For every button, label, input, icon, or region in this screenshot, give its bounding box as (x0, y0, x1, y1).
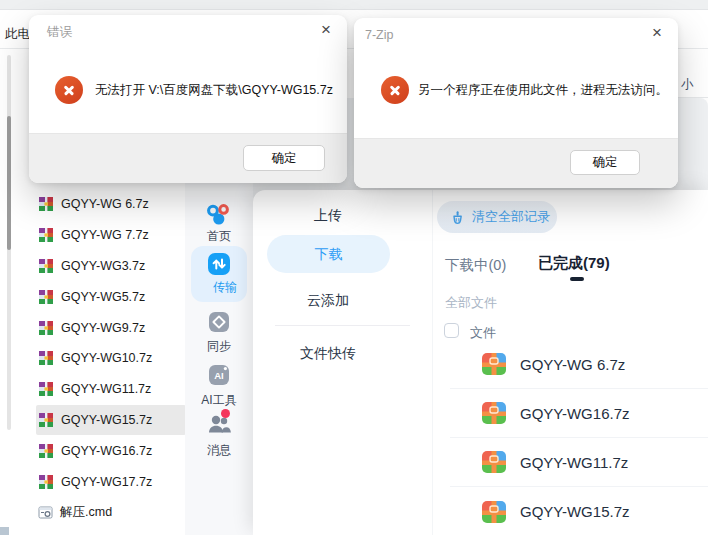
winrar-archive-icon (38, 443, 54, 459)
winrar-archive-icon (38, 381, 54, 397)
clear-all-records-label: 清空全部记录 (472, 208, 550, 226)
sevenzip-dialog: 7-Zip × 另一个程序正在使用此文件，进程无法访问。 确定 (354, 18, 678, 188)
tab-downloading[interactable]: 下载中(0) (445, 256, 506, 275)
archive-package-icon (482, 402, 506, 424)
sidebar-item-transfer-label: 传输 (191, 279, 259, 296)
screen: 此电 小 GQYY-WG 6.7z GQYY-WG 7.7z GQYY-WG3.… (0, 0, 708, 535)
winrar-archive-icon (38, 289, 54, 305)
divider (275, 325, 410, 326)
nav-download-active[interactable]: 下载 (267, 235, 390, 273)
file-row[interactable]: GQYY-WG3.7z (12, 251, 186, 282)
file-row[interactable]: GQYY-WG9.7z (12, 312, 186, 343)
file-row[interactable]: GQYY-WG11.7z (12, 374, 186, 405)
file-row[interactable]: GQYY-WG16.7z (12, 435, 186, 466)
file-row[interactable]: GQYY-WG10.7z (12, 343, 186, 374)
filter-all-files[interactable]: 全部文件 (445, 294, 497, 312)
explorer-titlebar (0, 0, 708, 10)
tab-completed[interactable]: 已完成(79) (538, 254, 610, 273)
transfer-nav: 上传 下载 云添加 文件快传 (253, 190, 433, 535)
close-icon[interactable]: × (646, 22, 668, 44)
sevenzip-dialog-title: 7-Zip (365, 28, 393, 42)
transfer-icon (207, 252, 231, 276)
netdisk-logo-icon[interactable] (206, 203, 232, 226)
cmd-file-icon (38, 505, 53, 520)
sidebar-item-sync[interactable]: 同步 (185, 338, 253, 355)
winrar-archive-icon (38, 412, 54, 428)
sidebar-item-ai-tools[interactable]: AI工具 (185, 392, 253, 409)
explorer-tab-label[interactable]: 此电 (5, 26, 30, 43)
winrar-archive-icon (38, 196, 54, 212)
archive-package-icon (482, 353, 506, 375)
archive-package-icon (482, 451, 506, 473)
file-row[interactable]: GQYY-WG5.7z (12, 281, 186, 312)
download-record-row[interactable]: GQYY-WG15.7z (450, 487, 708, 535)
sidebar-item-transfer[interactable]: 传输 (191, 246, 247, 302)
winrar-archive-icon (38, 320, 54, 336)
error-icon (55, 76, 83, 104)
sidebar-item-home[interactable]: 首页 (185, 228, 253, 245)
download-record-row[interactable]: GQYY-WG16.7z (450, 389, 708, 438)
scrollbar-thumb[interactable] (7, 116, 11, 250)
winrar-archive-icon (38, 258, 54, 274)
error-message: 无法打开 V:\百度网盘下载\GQYY-WG15.7z (95, 76, 333, 104)
file-row[interactable]: 解压.cmd (12, 497, 186, 528)
active-tab-indicator (570, 277, 584, 281)
download-record-row[interactable]: GQYY-WG11.7z (450, 438, 708, 487)
winrar-archive-icon (38, 227, 54, 243)
ai-tools-icon[interactable]: AI (208, 364, 230, 386)
error-icon (381, 76, 409, 104)
download-record-row[interactable]: GQYY-WG 6.7z (450, 340, 708, 389)
file-row-selected[interactable]: GQYY-WG15.7z (36, 405, 186, 436)
clear-all-records-button[interactable]: 清空全部记录 (437, 201, 557, 233)
nav-quick-transfer[interactable]: 文件快传 (253, 345, 403, 363)
file-row[interactable]: GQYY-WG 6.7z (12, 189, 186, 220)
svg-text:AI: AI (214, 370, 224, 381)
ok-button[interactable]: 确定 (243, 145, 325, 171)
winrar-archive-icon (38, 474, 54, 490)
horizontal-scrollbar[interactable] (0, 527, 9, 535)
broom-icon (450, 210, 465, 225)
file-row[interactable]: GQYY-WG17.7z (12, 466, 186, 497)
explorer-file-list: GQYY-WG 6.7z GQYY-WG 7.7z GQYY-WG3.7z GQ… (12, 189, 186, 528)
sidebar-item-messages[interactable]: 消息 (185, 442, 253, 459)
nav-cloud-add[interactable]: 云添加 (253, 292, 403, 310)
archive-package-icon (482, 501, 506, 523)
ok-button[interactable]: 确定 (570, 150, 640, 175)
notification-badge (221, 409, 230, 418)
winrar-archive-icon (38, 350, 54, 366)
error-dialog-title: 错误 (47, 24, 72, 41)
size-column-header[interactable]: 小 (681, 76, 694, 93)
file-row[interactable]: GQYY-WG 7.7z (12, 220, 186, 251)
sevenzip-message: 另一个程序正在使用此文件，进程无法访问。 (418, 76, 668, 104)
select-all-checkbox[interactable] (444, 323, 459, 338)
close-icon[interactable]: × (315, 19, 337, 41)
error-dialog: 错误 × 无法打开 V:\百度网盘下载\GQYY-WG15.7z 确定 (29, 15, 347, 183)
nav-upload[interactable]: 上传 (253, 207, 403, 225)
sync-icon[interactable] (208, 311, 230, 333)
